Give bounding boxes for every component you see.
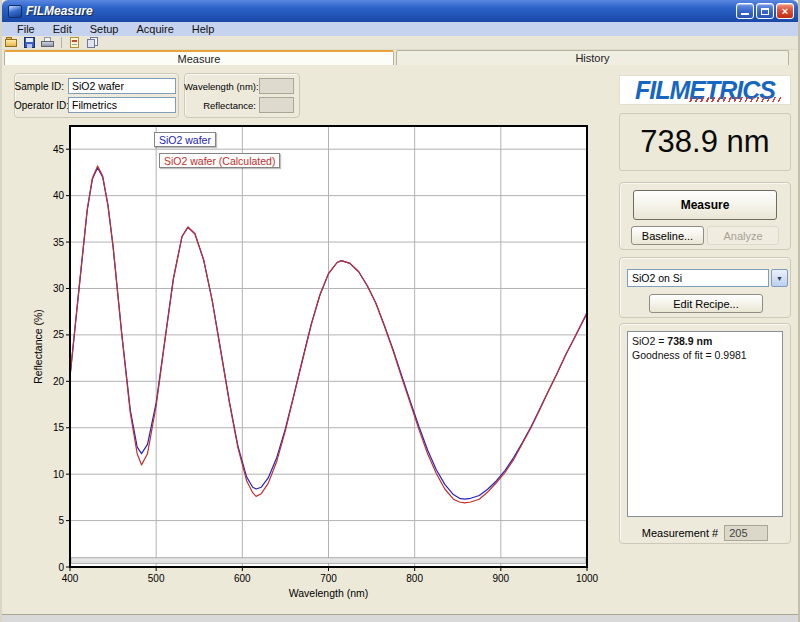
- svg-text:10: 10: [53, 469, 65, 480]
- svg-text:900: 900: [492, 573, 509, 584]
- reflectance-chart: 0510152025303540454005006007008009001000…: [30, 120, 602, 608]
- svg-text:Reflectance (%): Reflectance (%): [32, 309, 44, 384]
- logo-hatch-decoration: [686, 97, 782, 102]
- desktop-area: [0, 614, 800, 622]
- reflectance-field: [259, 97, 294, 113]
- maximize-button[interactable]: [756, 3, 774, 19]
- menu-setup[interactable]: Setup: [81, 23, 128, 35]
- sample-id-input[interactable]: [68, 78, 176, 94]
- svg-text:700: 700: [320, 573, 337, 584]
- print-icon[interactable]: [41, 37, 55, 49]
- menu-edit[interactable]: Edit: [44, 23, 81, 35]
- recipe-select[interactable]: SiO2 on Si: [627, 269, 769, 287]
- baseline-button[interactable]: Baseline...: [631, 226, 704, 245]
- tab-history-label: History: [575, 52, 609, 64]
- menu-acquire[interactable]: Acquire: [127, 23, 182, 35]
- recipe-selected-value: SiO2 on Si: [632, 272, 682, 284]
- menu-bar: File Edit Setup Acquire Help: [2, 22, 798, 36]
- reflectance-row: Reflectance:: [184, 97, 300, 113]
- open-file-icon[interactable]: [5, 37, 19, 49]
- wavelength-row: Wavelength (nm):: [184, 78, 300, 94]
- filmeasure-window: FILMeasure × File Edit Setup Acquire Hel…: [0, 0, 800, 622]
- thickness-value: 738.9 nm: [640, 124, 769, 160]
- measure-button[interactable]: Measure: [633, 190, 777, 220]
- results-box: SiO2 = 738.9 nm Goodness of fit = 0.9981: [627, 331, 783, 517]
- app-icon: [8, 5, 22, 18]
- edit-recipe-button[interactable]: Edit Recipe...: [649, 294, 763, 313]
- operator-id-input[interactable]: [68, 97, 176, 113]
- recipe-dropdown-button[interactable]: ▼: [771, 269, 788, 287]
- report-icon[interactable]: [68, 37, 82, 49]
- measurement-number-field: 205: [724, 525, 768, 541]
- svg-text:0: 0: [58, 562, 64, 573]
- chevron-down-icon: ▼: [776, 275, 783, 282]
- maximize-icon: [761, 8, 769, 15]
- operator-id-row: Operator ID:: [14, 97, 179, 113]
- menu-file[interactable]: File: [8, 23, 44, 35]
- svg-text:Wavelength (nm): Wavelength (nm): [289, 587, 369, 599]
- svg-text:600: 600: [234, 573, 251, 584]
- svg-text:25: 25: [53, 329, 65, 340]
- svg-text:400: 400: [62, 573, 79, 584]
- svg-text:800: 800: [406, 573, 423, 584]
- svg-text:5: 5: [58, 515, 64, 526]
- svg-text:15: 15: [53, 422, 65, 433]
- filmetrics-logo: FILMETRICS: [619, 75, 791, 105]
- menu-help[interactable]: Help: [183, 23, 224, 35]
- reflectance-label: Reflectance:: [184, 100, 256, 111]
- tab-measure-label: Measure: [178, 53, 221, 65]
- toolbar: [2, 36, 798, 50]
- sample-id-label: Sample ID:: [14, 81, 64, 92]
- svg-text:40: 40: [53, 190, 65, 201]
- measurement-row: Measurement # 205: [627, 525, 783, 541]
- svg-text:20: 20: [53, 376, 65, 387]
- minimize-icon: [741, 12, 749, 15]
- legend-measured-label: SiO2 wafer: [159, 134, 211, 146]
- svg-text:500: 500: [148, 573, 165, 584]
- title-bar: FILMeasure ×: [2, 0, 798, 22]
- results-line2: Goodness of fit = 0.9981: [632, 348, 778, 362]
- close-button[interactable]: ×: [776, 3, 794, 19]
- operator-id-label: Operator ID:: [14, 100, 64, 111]
- legend-calculated: SiO2 wafer (Calculated): [159, 153, 280, 168]
- wavelength-label: Wavelength (nm):: [184, 81, 256, 92]
- save-icon[interactable]: [23, 37, 37, 49]
- copy-icon[interactable]: [86, 37, 100, 49]
- svg-text:1000: 1000: [576, 573, 599, 584]
- legend-measured: SiO2 wafer: [154, 132, 216, 147]
- window-title: FILMeasure: [26, 4, 736, 18]
- legend-calculated-label: SiO2 wafer (Calculated): [164, 155, 275, 167]
- svg-text:45: 45: [53, 144, 65, 155]
- svg-text:35: 35: [53, 237, 65, 248]
- thickness-display: 738.9 nm: [619, 113, 791, 171]
- tab-history[interactable]: History: [396, 50, 789, 65]
- toolbar-separator: [61, 37, 62, 48]
- analyze-button[interactable]: Analyze: [707, 226, 779, 245]
- tab-measure[interactable]: Measure: [4, 50, 394, 65]
- sample-id-row: Sample ID:: [14, 78, 179, 94]
- measurement-number-label: Measurement #: [642, 527, 718, 539]
- wavelength-field: [259, 78, 294, 94]
- tab-strip: Measure History: [2, 50, 792, 65]
- minimize-button[interactable]: [736, 3, 754, 19]
- results-line1: SiO2 = 738.9 nm: [632, 334, 778, 348]
- svg-text:30: 30: [53, 283, 65, 294]
